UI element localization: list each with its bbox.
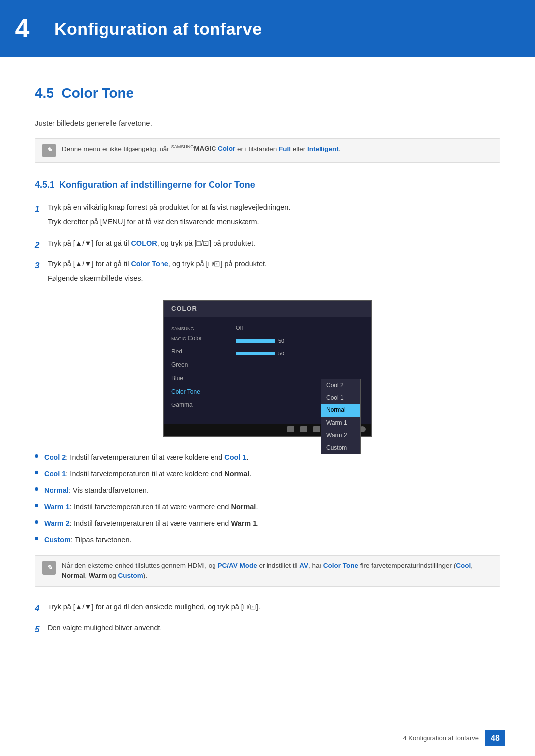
dropdown-warm1: Warm 1 (321, 417, 360, 429)
bullet-dot (35, 487, 38, 491)
bullet-dot (35, 454, 38, 458)
step-number-3: 3 (35, 258, 48, 272)
bottom-note-icon: ✎ (42, 561, 56, 575)
dropdown-normal: Normal (321, 404, 360, 416)
step-content-2: Tryk på [▲/▼] for at gå til COLOR, og tr… (48, 238, 500, 249)
red-bar (236, 339, 275, 343)
step-content-3: Tryk på [▲/▼] for at gå til Color Tone, … (48, 258, 500, 287)
list-item-warm2: Warm 2: Indstil farvetemperaturen til at… (35, 518, 500, 529)
screen-menu-header: COLOR (164, 301, 371, 317)
step-2: 2 Tryk på [▲/▼] for at gå til COLOR, og … (35, 238, 500, 252)
step-1: 1 Tryk på en vilkårlig knap forrest på p… (35, 202, 500, 231)
green-bar (236, 352, 275, 355)
toolbar-icon-1 (287, 426, 294, 432)
bullet-dot (35, 520, 38, 524)
bullet-list: Cool 2: Indstil farvetemperaturen til at… (35, 452, 500, 546)
step-3: 3 Tryk på [▲/▼] for at gå til Color Tone… (35, 258, 500, 287)
footer-page-number: 48 (485, 730, 505, 746)
screen-right-red-bar: 50 (229, 335, 371, 348)
subsection-heading: 4.5.1 Konfiguration af indstillingerne f… (35, 178, 500, 192)
step-content-1: Tryk på en vilkårlig knap forrest på pro… (48, 202, 500, 231)
page: 4 Konfiguration af tonfarve 4.5 Color To… (0, 0, 535, 756)
screen-item-red: Red (164, 345, 229, 358)
screen-right-green-bar: 50 (229, 348, 371, 360)
step-number-5: 5 (35, 622, 48, 636)
screen-menu-body: SAMSUNGMAGIC Color Red Green Blue Color … (164, 317, 371, 424)
step-number-1: 1 (35, 202, 48, 216)
screen-menu-right: Off 50 50 (229, 320, 371, 421)
toolbar-icon-3 (313, 426, 320, 432)
screen-item-color-tone: Color Tone (164, 385, 229, 399)
screen-right-off: Off (229, 322, 371, 335)
page-content: 4.5 Color Tone Juster billedets generell… (0, 82, 535, 673)
screen-mockup: COLOR SAMSUNGMAGIC Color Red Green Blue … (163, 300, 372, 438)
step-4: 4 Tryk på [▲/▼] for at gå til den ønsked… (35, 602, 500, 615)
dropdown-cool1: Cool 1 (321, 392, 360, 404)
bullet-text-warm1: Warm 1: Indstil farvetemperaturen til at… (44, 502, 500, 513)
list-item-cool1: Cool 1: Indstil farvetemperaturen til at… (35, 468, 500, 480)
dropdown-warm2: Warm 2 (321, 429, 360, 442)
list-item-custom: Custom: Tilpas farvetonen. (35, 534, 500, 546)
bullet-text-cool2: Cool 2: Indstil farvetemperaturen til at… (44, 452, 500, 463)
bullet-text-cool1: Cool 1: Indstil farvetemperaturen til at… (44, 468, 500, 480)
page-footer: 4 Konfiguration af tonfarve 48 (403, 730, 506, 746)
section-heading: 4.5 Color Tone (35, 82, 500, 106)
step-number-4: 4 (35, 602, 48, 615)
note-box: ✎ Denne menu er ikke tilgængelig, når SA… (35, 138, 500, 163)
screen-item-magic-color: SAMSUNGMAGIC Color (164, 322, 229, 345)
bullet-text-custom: Custom: Tilpas farvetonen. (44, 534, 500, 546)
list-item-cool2: Cool 2: Indstil farvetemperaturen til at… (35, 452, 500, 463)
footer-chapter-text: 4 Konfiguration af tonfarve (403, 733, 479, 744)
section-intro: Juster billedets generelle farvetone. (35, 117, 500, 129)
bottom-note-text: Når den eksterne enhed tilsluttes gennem… (62, 561, 493, 581)
chapter-number: 4 (0, 9, 45, 49)
chapter-header: 4 Konfiguration af tonfarve (0, 0, 535, 57)
toolbar-icon-2 (300, 426, 307, 432)
bullet-dot (35, 537, 38, 540)
step-content-5: Den valgte mulighed bliver anvendt. (48, 622, 500, 634)
screen-item-gamma: Gamma (164, 399, 229, 412)
bullet-dot (35, 471, 38, 474)
chapter-title: Konfiguration af tonfarve (54, 15, 262, 42)
screen-menu-left: SAMSUNGMAGIC Color Red Green Blue Color … (164, 320, 229, 421)
bottom-note-box: ✎ Når den eksterne enhed tilsluttes genn… (35, 555, 500, 587)
note-icon: ✎ (42, 144, 56, 157)
screen-item-blue: Blue (164, 372, 229, 385)
bullet-text-warm2: Warm 2: Indstil farvetemperaturen til at… (44, 518, 500, 529)
list-item-warm1: Warm 1: Indstil farvetemperaturen til at… (35, 502, 500, 513)
screen-item-green: Green (164, 358, 229, 372)
list-item-normal: Normal: Vis standardfarvetonen. (35, 485, 500, 496)
note-text: Denne menu er ikke tilgængelig, når SAMS… (62, 144, 341, 154)
step-5: 5 Den valgte mulighed bliver anvendt. (35, 622, 500, 636)
step-number-2: 2 (35, 238, 48, 252)
bullet-text-normal: Normal: Vis standardfarvetonen. (44, 485, 500, 496)
step-content-4: Tryk på [▲/▼] for at gå til den ønskede … (48, 602, 500, 613)
screen-right-dropdown-area: Cool 2 Cool 1 Normal Warm 1 Warm 2 Custo… (229, 360, 371, 419)
screen-container: COLOR SAMSUNGMAGIC Color Red Green Blue … (35, 300, 500, 438)
bullet-dot (35, 504, 38, 507)
dropdown-cool2: Cool 2 (321, 379, 360, 392)
color-tone-dropdown: Cool 2 Cool 1 Normal Warm 1 Warm 2 Custo… (321, 379, 361, 454)
dropdown-custom: Custom (321, 442, 360, 454)
